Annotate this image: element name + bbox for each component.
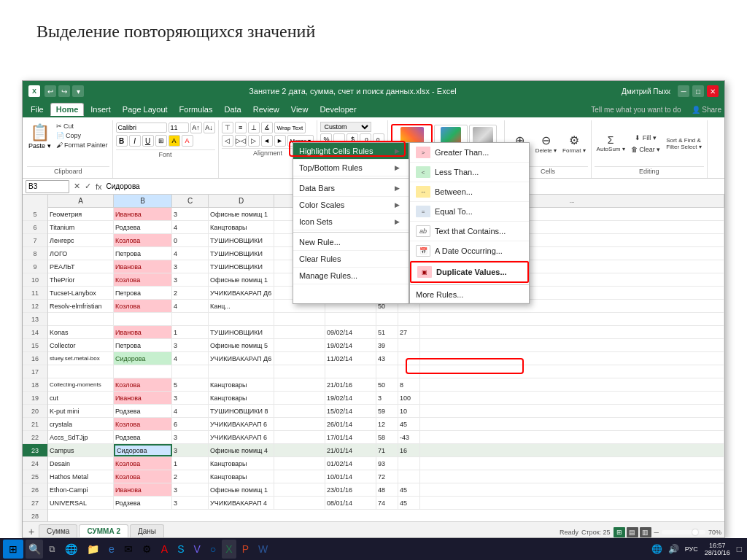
row-num-28[interactable]: 28	[23, 510, 47, 521]
cell-f21[interactable]: 26/01/14	[325, 418, 376, 430]
indent-dec-button[interactable]: ◄	[261, 135, 273, 147]
data-bars-item[interactable]: Data Bars ▶	[293, 180, 409, 197]
row-num-5[interactable]: 5	[23, 208, 47, 221]
cell-h25[interactable]	[398, 470, 420, 483]
cell-a10[interactable]: ThePrior	[48, 273, 114, 286]
cell-c12[interactable]: 4	[172, 300, 209, 312]
cell-f25[interactable]: 10/01/14	[325, 470, 376, 483]
cell-b20[interactable]: Родзева	[114, 405, 172, 417]
cell-f26[interactable]: 23/01/16	[325, 483, 376, 496]
cell-a23[interactable]: Campus	[48, 444, 114, 456]
explorer-button[interactable]: 📁	[83, 540, 103, 559]
decrease-font-button[interactable]: A↓	[204, 122, 215, 133]
equal-to-item[interactable]: = Equal To...	[410, 202, 529, 222]
cell-d18[interactable]: Канцтовары	[209, 378, 274, 391]
cell-b22[interactable]: Родзева	[114, 431, 172, 443]
cell-g23[interactable]: 71	[376, 444, 398, 456]
row-num-12[interactable]: 12	[23, 300, 47, 313]
font-size-input[interactable]	[169, 122, 189, 133]
angle-text-button[interactable]: ∡	[261, 122, 273, 133]
cell-h16[interactable]	[398, 352, 420, 365]
cell-f13[interactable]	[325, 313, 376, 325]
cell-a13[interactable]	[48, 313, 114, 325]
row-num-24[interactable]: 24	[23, 457, 47, 470]
align-left-button[interactable]: ◁	[222, 135, 233, 147]
cell-c18[interactable]: 5	[172, 378, 209, 391]
cell-g19[interactable]: 3	[376, 392, 398, 404]
cell-h21[interactable]: 45	[398, 418, 420, 430]
cell-c11[interactable]: 2	[172, 287, 209, 299]
cell-e17[interactable]	[274, 365, 325, 378]
task-view-button[interactable]: ⧉	[45, 540, 59, 559]
row-num-17[interactable]: 17	[23, 365, 47, 378]
sort-filter-button[interactable]: Sort & Find &Filter Select ▾	[664, 136, 703, 152]
cell-b25[interactable]: Козлова	[114, 470, 172, 483]
menu-page-layout[interactable]: Page Layout	[117, 104, 173, 115]
cell-a9[interactable]: РЕАЛЬТ	[48, 260, 114, 273]
cell-h14[interactable]: 27	[398, 326, 420, 338]
cell-more20[interactable]	[420, 405, 724, 417]
fill-color-button[interactable]: A	[169, 135, 180, 147]
cell-g15[interactable]: 39	[376, 339, 398, 351]
cell-e23[interactable]	[274, 444, 325, 456]
cell-a14[interactable]: Konas	[48, 326, 114, 338]
new-rule-item[interactable]: New Rule...	[293, 234, 409, 251]
row-num-14[interactable]: 14	[23, 326, 47, 339]
cell-d9[interactable]: ТУШИНОВЩИКИ	[209, 260, 274, 273]
cell-d8[interactable]: ТУШИНОВЩИКИ	[209, 247, 274, 260]
cell-g17[interactable]	[376, 365, 398, 378]
cell-d24[interactable]: Канцтовары	[209, 457, 274, 470]
cell-a8[interactable]: ЛОГО	[48, 247, 114, 260]
row-num-8[interactable]: 8	[23, 247, 47, 260]
indent-inc-button[interactable]: ►	[274, 135, 286, 147]
volume-icon[interactable]: 🔊	[666, 544, 681, 554]
cell-d26[interactable]: Офисные помищ 1	[209, 483, 274, 496]
cell-e22[interactable]	[274, 431, 325, 443]
cell-a27[interactable]: UNIVERSAL	[48, 497, 114, 509]
cell-c14[interactable]: 1	[172, 326, 209, 338]
cell-a19[interactable]: cut	[48, 392, 114, 404]
row-num-15[interactable]: 15	[23, 339, 47, 352]
cell-b17[interactable]	[114, 365, 172, 378]
cell-c22[interactable]: 3	[172, 431, 209, 443]
menu-view[interactable]: View	[286, 104, 314, 115]
tell-me-text[interactable]: Tell me what you want to do	[591, 106, 681, 114]
cell-b7[interactable]: Козлова	[114, 234, 172, 246]
cell-d12[interactable]: Канц...	[209, 300, 274, 312]
less-than-item[interactable]: < Less Than...	[410, 163, 529, 182]
cell-c15[interactable]: 3	[172, 339, 209, 351]
cell-h18[interactable]: 8	[398, 378, 420, 391]
increase-font-button[interactable]: A↑	[190, 122, 202, 133]
cell-f20[interactable]: 15/02/14	[325, 405, 376, 417]
cell-a16[interactable]: stuey.set.metal-box	[48, 352, 114, 365]
cell-more19[interactable]	[420, 392, 724, 404]
page-layout-view-button[interactable]: ▤	[627, 527, 638, 537]
cell-c16[interactable]: 4	[172, 352, 209, 365]
cell-c8[interactable]: 4	[172, 247, 209, 260]
cell-g26[interactable]: 48	[376, 483, 398, 496]
cell-h23[interactable]: 16	[398, 444, 420, 456]
cell-b16[interactable]: Сидорова	[114, 352, 172, 365]
cell-h26[interactable]: 45	[398, 483, 420, 496]
cell-b9[interactable]: Иванова	[114, 260, 172, 273]
network-icon[interactable]: 🌐	[649, 544, 665, 554]
cell-b18[interactable]: Козлова	[114, 378, 172, 391]
menu-developer[interactable]: Developer	[314, 104, 361, 115]
cell-a20[interactable]: K-put mini	[48, 405, 114, 417]
cell-e18[interactable]	[274, 378, 325, 391]
font-color-button[interactable]: A	[182, 135, 193, 147]
between-item[interactable]: ↔ Between...	[410, 182, 529, 202]
cell-d25[interactable]: Канцтовары	[209, 470, 274, 483]
cell-a22[interactable]: Accs_SdTJjp	[48, 431, 114, 443]
cell-d10[interactable]: Офисные помищ 1	[209, 273, 274, 286]
cell-c27[interactable]: 3	[172, 497, 209, 509]
cell-d23[interactable]: Офисные помищ 4	[209, 444, 274, 456]
row-num-23[interactable]: 23	[23, 444, 47, 457]
cell-h20[interactable]: 10	[398, 405, 420, 417]
cell-g20[interactable]: 59	[376, 405, 398, 417]
menu-data[interactable]: Data	[219, 104, 246, 115]
cell-c26[interactable]: 3	[172, 483, 209, 496]
cell-h15[interactable]	[398, 339, 420, 351]
cell-c5[interactable]: 3	[172, 208, 209, 220]
cell-f17[interactable]	[325, 365, 376, 378]
